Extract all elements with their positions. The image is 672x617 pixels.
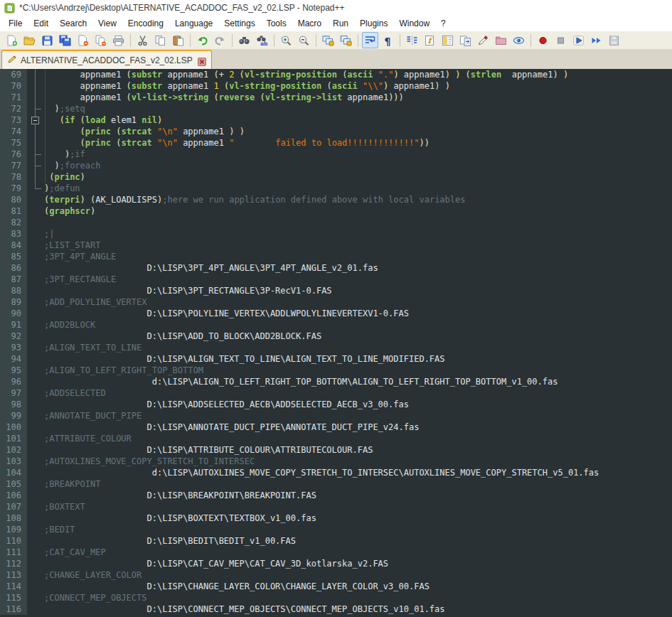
tab-active[interactable]: ALTERNATIVE_ACADDOC_FAS_v2_02.LSP: [1, 50, 212, 69]
code-line[interactable]: 116 D:\LISP\CONNECT_MEP_OBJECTS\CONNECT_…: [0, 603, 672, 615]
code-line[interactable]: 81(graphscr): [0, 205, 672, 217]
code-line[interactable]: 73 (if (load elem1 nil): [0, 114, 672, 126]
toolbar-button-file-monitoring-icon[interactable]: [511, 32, 527, 48]
toolbar-button-paste-icon[interactable]: [170, 32, 186, 48]
code-line[interactable]: 104 d:\LISP\AUTOXLINES_MOVE_COPY_STRETCH…: [0, 467, 672, 478]
code-line[interactable]: 98 D:\LISP\ADDSELECTED_AECB\ADDSELECTED_…: [0, 399, 672, 410]
code-line[interactable]: 97;ADDSELECTED: [0, 387, 672, 399]
code-line[interactable]: 79);defun: [0, 183, 672, 194]
toolbar-button-zoom-in-icon[interactable]: [278, 32, 294, 48]
toolbar-button-macro-stop-icon[interactable]: [553, 32, 569, 48]
toolbar-button-user-defined-language-icon[interactable]: [475, 32, 491, 48]
fold-margin: [27, 581, 44, 592]
code-line[interactable]: 88 D:\LISP\3PT_RECTANGLE\3P-RecV1-0.FAS: [0, 285, 672, 296]
toolbar-button-replace-icon[interactable]: ab: [254, 32, 270, 48]
toolbar-button-zoom-out-icon[interactable]: [296, 32, 312, 48]
code-line[interactable]: 71 appname1 (vl-list->string (reverse (v…: [0, 92, 672, 103]
code-line[interactable]: 100 D:\LISP\ANNOTATE_DUCT_PIPE\ANNOTATE_…: [0, 422, 672, 433]
menu-item-settings[interactable]: Settings: [218, 17, 260, 30]
toolbar-button-macro-run-multiple-icon[interactable]: [588, 32, 604, 48]
toolbar-button-function-list-icon[interactable]: f: [422, 32, 438, 48]
fold-collapse-icon[interactable]: [27, 114, 44, 126]
code-line[interactable]: 112 D:\LISP\CAT_CAV_MEP\CAT_CAV_3D_kotla…: [0, 558, 672, 569]
menu-item-view[interactable]: View: [92, 17, 122, 30]
code-line[interactable]: 107;BOXTEXT: [0, 501, 672, 513]
toolbar-button-sync-scroll-horizontal-icon[interactable]: [338, 32, 354, 48]
code-line[interactable]: 80(terpri) (AK_LOADLISPS);here we run ap…: [0, 194, 672, 205]
code-line[interactable]: 111;CAT_CAV_MEP: [0, 547, 672, 558]
toolbar-button-macro-record-icon[interactable]: [535, 32, 551, 48]
code-line[interactable]: 93;ALIGN_TEXT_TO_LINE: [0, 342, 672, 353]
code-line[interactable]: 109;BEDIT: [0, 524, 672, 535]
code-line[interactable]: 82: [0, 217, 672, 228]
code-line[interactable]: 74 (princ (strcat "\n" appname1 ) ): [0, 126, 672, 137]
code-line[interactable]: 84;LIST_START: [0, 240, 672, 251]
toolbar-button-save-all-icon[interactable]: [57, 32, 73, 48]
code-line[interactable]: 69 appname1 (substr appname1 (+ 2 (vl-st…: [0, 69, 672, 80]
toolbar-button-close-icon[interactable]: [75, 32, 91, 48]
menu-item-plugins[interactable]: Plugins: [354, 17, 393, 30]
menu-item-macro[interactable]: Macro: [292, 17, 327, 30]
code-editor[interactable]: 69 appname1 (substr appname1 (+ 2 (vl-st…: [0, 69, 672, 617]
toolbar-button-save-icon[interactable]: [39, 32, 55, 48]
menu-item-window[interactable]: Window: [393, 17, 435, 30]
toolbar-button-close-all-icon[interactable]: [92, 32, 109, 48]
menu-item-search[interactable]: Search: [54, 17, 92, 30]
menu-item-tools[interactable]: Tools: [261, 17, 292, 30]
line-number: 104: [0, 467, 27, 478]
toolbar-button-show-indent-guide-icon[interactable]: [404, 32, 420, 48]
code-line[interactable]: 108 D:\LISP\BOXTEXT\TEXTBOX_v1_00.fas: [0, 513, 672, 524]
code-line[interactable]: 105;BREAKPOINT: [0, 478, 672, 490]
code-line[interactable]: 75 (princ (strcat "\n" appname1 " failed…: [0, 137, 672, 149]
code-line[interactable]: 90 D:\LISP\POLYLINE_VERTEX\ADDLWPOLYLINE…: [0, 308, 672, 319]
toolbar-button-word-wrap-icon[interactable]: [362, 32, 378, 48]
menu-item-edit[interactable]: Edit: [28, 17, 54, 30]
code-line[interactable]: 83;|: [0, 228, 672, 240]
tab-close-icon[interactable]: [198, 56, 206, 65]
toolbar-button-redo-icon[interactable]: [212, 32, 228, 48]
menu-item-run[interactable]: Run: [327, 17, 354, 30]
code-line[interactable]: 72 );setq: [0, 103, 672, 114]
code-line[interactable]: 113;CHANGE_LAYER_COLOR: [0, 569, 672, 581]
code-line[interactable]: 91;ADD2BLOCK: [0, 319, 672, 331]
toolbar-button-macro-playback-icon[interactable]: [570, 32, 587, 48]
menu-item-help[interactable]: ?: [435, 17, 452, 30]
toolbar-button-macro-save-icon[interactable]: [606, 32, 622, 48]
toolbar-button-document-map-icon[interactable]: [439, 32, 456, 48]
toolbar-button-open-file-icon[interactable]: [21, 32, 38, 48]
toolbar-button-find-icon[interactable]: [236, 32, 252, 48]
code-line[interactable]: 95;ALIGN_TO_LEFT_RIGHT_TOP_BOTTOM: [0, 365, 672, 376]
code-line[interactable]: 106 D:\LISP\BREAKPOINT\BREAKPOINT.FAS: [0, 490, 672, 501]
toolbar-button-copy-icon[interactable]: [152, 32, 169, 48]
code-line[interactable]: 103;AUTOXLINES_MOVE_COPY_STRETCH_TO_INTE…: [0, 456, 672, 467]
code-line[interactable]: 101;ATTRIBUTE_COLOUR: [0, 433, 672, 444]
code-line[interactable]: 99;ANNOTATE_DUCT_PIPE: [0, 410, 672, 422]
menu-item-language[interactable]: Language: [169, 17, 218, 30]
toolbar-button-sync-scroll-vertical-icon[interactable]: [320, 32, 336, 48]
toolbar-button-project-panel-icon[interactable]: [493, 32, 509, 48]
tab-modified-pencil-icon: [7, 54, 17, 67]
toolbar-button-show-all-characters-icon[interactable]: ¶: [380, 32, 396, 48]
code-line[interactable]: 78 (princ): [0, 171, 672, 183]
toolbar-button-undo-icon[interactable]: [194, 32, 210, 48]
toolbar-button-new-file-icon[interactable]: [4, 32, 20, 48]
code-line[interactable]: 70 appname1 (substr appname1 1 (vl-strin…: [0, 80, 672, 92]
code-line[interactable]: 110 D:\LISP\BEDIT\BEDIT_v1_00.FAS: [0, 535, 672, 547]
code-line[interactable]: 89;ADD_POLYLINE_VERTEX: [0, 296, 672, 308]
toolbar-button-document-switcher-icon[interactable]: [457, 32, 474, 48]
code-line[interactable]: 102 D:\LISP\ATTRIBUTE_COLOUR\ATTRIBUTECO…: [0, 444, 672, 456]
code-line[interactable]: 87;3PT_RECTANGLE: [0, 274, 672, 285]
code-line[interactable]: 114 D:\LISP\CHANGE_LAYER_COLOR\CHANGE_LA…: [0, 581, 672, 592]
code-line[interactable]: 115;CONNECT_MEP_OBJECTS: [0, 592, 672, 603]
code-line[interactable]: 76 );if: [0, 149, 672, 160]
code-line[interactable]: 85;3PT_4PT_ANGLE: [0, 251, 672, 262]
code-line[interactable]: 96 d:\LISP\ALIGN_TO_LEFT_RIGHT_TOP_BOTTO…: [0, 376, 672, 387]
menu-item-encoding[interactable]: Encoding: [122, 17, 169, 30]
toolbar-button-cut-icon[interactable]: [134, 32, 151, 48]
menu-item-file[interactable]: File: [3, 17, 28, 30]
code-line[interactable]: 92 D:\LISP\ADD_TO_BLOCK\ADD2BLOCK.FAS: [0, 331, 672, 342]
code-line[interactable]: 86 D:\LISP\3PT_4PT_ANGLE\3PT_4PT_ANGLE_v…: [0, 262, 672, 274]
toolbar-button-print-icon[interactable]: [110, 32, 127, 48]
code-line[interactable]: 77 );foreach: [0, 160, 672, 171]
code-line[interactable]: 94 D:\LISP\ALIGN_TEXT_TO_LINE\ALIGN_TEXT…: [0, 353, 672, 365]
